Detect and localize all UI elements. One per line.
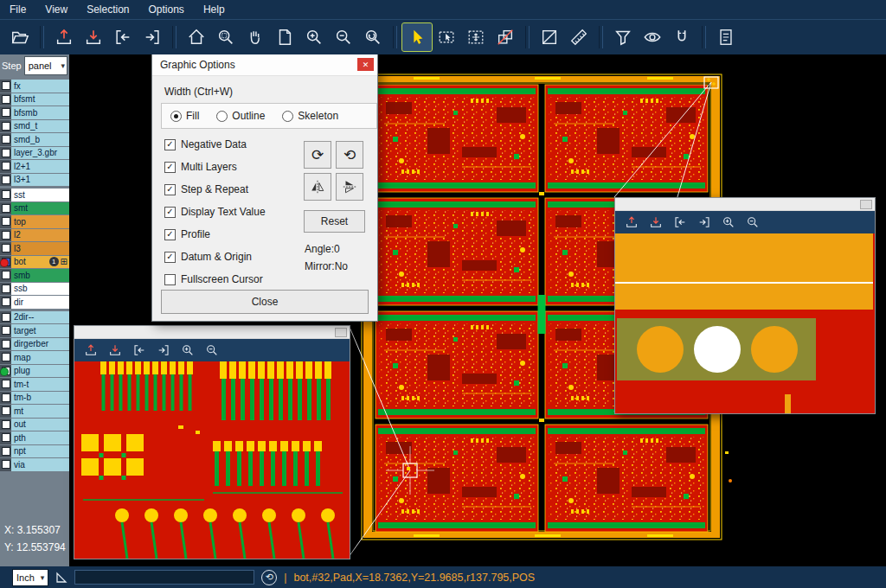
layer-name-cell[interactable]: dirgerber ⊞ <box>11 338 69 351</box>
layer-name-cell[interactable]: tm-t ⊞ <box>11 378 69 391</box>
layer-checkbox-cell[interactable] <box>0 80 11 93</box>
option-checkbox-row[interactable]: ✓ Multi Layers <box>164 162 266 172</box>
layer-name-cell[interactable]: npt ⊞ <box>11 445 69 458</box>
layer-visibility-checkbox[interactable] <box>2 326 10 335</box>
layer-checkbox-cell[interactable] <box>0 458 11 471</box>
option-checkbox-row[interactable]: ✓ Fullscreen Cursor <box>164 274 266 284</box>
layer-visibility-checkbox[interactable] <box>2 149 10 157</box>
layer-row[interactable]: pth ⊞ <box>0 431 69 444</box>
window-button-icon[interactable] <box>860 200 872 209</box>
radio-button[interactable] <box>282 111 293 122</box>
zoom-window-button[interactable] <box>211 23 241 51</box>
layer-visibility-checkbox[interactable] <box>2 353 10 361</box>
layer-name-cell[interactable]: out ⊞ <box>11 419 69 431</box>
layer-row[interactable]: tm-t ⊞ <box>0 378 69 391</box>
zoom-in-button[interactable] <box>180 342 196 358</box>
magnifier-window-right[interactable] <box>614 197 876 414</box>
dialog-close-button[interactable]: ✕ <box>357 58 374 71</box>
layer-row[interactable]: layer_3.gbr ⊞ <box>0 147 69 160</box>
zoom-in-button[interactable] <box>721 214 736 230</box>
layer-name-cell[interactable]: pth ⊞ <box>11 431 69 444</box>
layer-visibility-checkbox[interactable] <box>2 447 10 456</box>
layer-row[interactable]: bot 1 ⊞ <box>0 256 69 269</box>
layer-name-cell[interactable]: target ⊞ <box>11 324 69 337</box>
layer-checkbox-cell[interactable] <box>0 269 11 282</box>
fill-mode-radio-row[interactable]: Outline <box>216 110 265 122</box>
layer-row[interactable]: bfsmt ⊞ <box>0 93 69 106</box>
layer-row[interactable]: dir ⊞ <box>0 296 69 309</box>
checkbox[interactable]: ✓ <box>164 162 176 173</box>
output-up-button[interactable] <box>83 342 99 358</box>
layer-name-cell[interactable]: dir ⊞ <box>11 296 69 309</box>
layer-row[interactable]: mt ⊞ <box>0 405 69 418</box>
visibility-button[interactable] <box>638 23 667 51</box>
filter-button[interactable] <box>608 23 638 51</box>
layer-checkbox-cell[interactable] <box>0 160 11 173</box>
layer-name-cell[interactable]: l2+1 ⊞ <box>11 160 69 173</box>
layer-checkbox-cell[interactable] <box>0 242 11 255</box>
layer-name-cell[interactable]: smb ⊞ <box>11 269 69 282</box>
mirror-horizontal-button[interactable] <box>304 173 331 201</box>
layer-name-cell[interactable]: bfsmb ⊞ <box>11 106 69 119</box>
layer-name-cell[interactable]: fx ⊞ <box>11 80 69 93</box>
layer-checkbox-cell[interactable] <box>0 174 11 187</box>
export-button[interactable] <box>156 342 171 358</box>
layer-row[interactable]: fx ⊞ <box>0 80 69 93</box>
report-button[interactable] <box>711 23 741 51</box>
layer-name-cell[interactable]: top ⊞ <box>11 215 69 228</box>
toolbar-separator[interactable] <box>40 26 44 48</box>
toolbar-separator[interactable] <box>599 26 603 48</box>
layer-visibility-checkbox[interactable] <box>2 433 10 442</box>
layer-name-cell[interactable]: plug ⊞ <box>11 365 69 378</box>
toolbar-separator[interactable] <box>393 26 397 48</box>
layer-row[interactable]: top ⊞ <box>0 215 69 228</box>
step-dropdown[interactable]: panel ▾ <box>24 56 67 75</box>
layer-visibility-checkbox[interactable] <box>2 108 10 117</box>
zoom-out-button[interactable] <box>745 214 761 230</box>
layer-visibility-checkbox[interactable] <box>2 340 10 348</box>
magnifier-window-bottom[interactable] <box>74 325 350 559</box>
layer-checkbox-cell[interactable] <box>0 106 11 119</box>
Options[interactable]: Options <box>139 0 194 19</box>
checkbox[interactable]: ✓ <box>164 274 176 285</box>
layer-row[interactable]: npt ⊞ <box>0 445 69 458</box>
layer-checkbox-cell[interactable] <box>0 378 11 391</box>
layer-name-cell[interactable]: smt ⊞ <box>11 202 69 215</box>
layer-visibility-checkbox[interactable] <box>2 231 10 240</box>
layer-name-cell[interactable]: mt ⊞ <box>11 405 69 418</box>
rotate-cw-button[interactable]: ⟳ <box>304 141 331 169</box>
magnifier-view-bottom[interactable] <box>74 361 350 559</box>
import-button[interactable] <box>672 214 688 230</box>
fill-mode-radio-row[interactable]: Fill <box>170 110 199 122</box>
radio-button[interactable] <box>216 111 228 122</box>
layer-row[interactable]: l2 ⊞ <box>0 229 69 242</box>
layer-checkbox-cell[interactable] <box>0 189 11 201</box>
layer-checkbox-cell[interactable] <box>0 283 11 296</box>
measure-line-button[interactable] <box>535 23 564 51</box>
magnifier-titlebar[interactable] <box>74 326 350 339</box>
layer-visibility-checkbox[interactable] <box>2 313 10 322</box>
layer-visibility-checkbox[interactable] <box>2 204 10 213</box>
layer-name-cell[interactable]: smd_t ⊞ <box>11 120 69 133</box>
reset-button[interactable]: Reset <box>304 210 365 233</box>
mirror-vertical-button[interactable] <box>336 173 363 201</box>
output-up-button[interactable] <box>49 23 79 51</box>
layer-visibility-checkbox[interactable] <box>2 380 10 388</box>
magnifier-view-right[interactable] <box>615 233 875 413</box>
zoom-previous-button[interactable] <box>358 23 388 51</box>
layer-name-cell[interactable]: smd_b ⊞ <box>11 133 69 146</box>
option-checkbox-row[interactable]: ✓ Step & Repeat <box>164 184 266 195</box>
zoom-out-button[interactable] <box>329 23 358 51</box>
View[interactable]: View <box>35 0 77 19</box>
layer-name-cell[interactable]: map ⊞ <box>11 351 69 364</box>
input-down-button[interactable] <box>107 342 123 358</box>
layer-row[interactable]: bfsmb ⊞ <box>0 106 69 119</box>
layer-visibility-checkbox[interactable] <box>2 393 10 402</box>
layer-checkbox-cell[interactable] <box>0 392 11 405</box>
layer-checkbox-cell[interactable] <box>0 419 11 431</box>
layer-checkbox-cell[interactable] <box>0 405 11 418</box>
unit-dropdown[interactable]: Inch ▾ <box>12 569 48 586</box>
layer-name-cell[interactable]: ssb ⊞ <box>11 283 69 296</box>
output-up-button[interactable] <box>624 214 639 230</box>
zoom-out-button[interactable] <box>204 342 220 358</box>
